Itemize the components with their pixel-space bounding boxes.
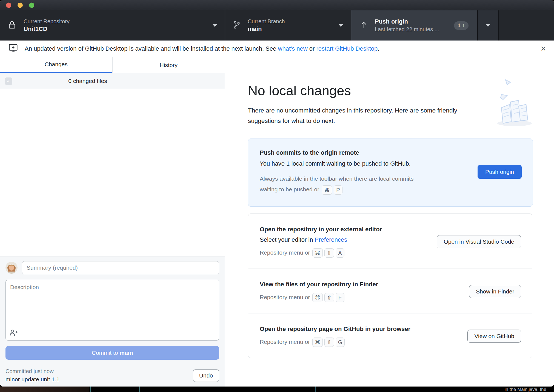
- background-window-divider: [90, 387, 91, 392]
- a-key: A: [336, 248, 344, 258]
- current-branch-label: Current Branch: [248, 18, 285, 25]
- suggestions-list: Open the repository in your external edi…: [248, 214, 532, 358]
- titlebar: [0, 0, 554, 10]
- push-card-title: Push commits to the origin remote: [260, 149, 478, 156]
- push-card-hint: Always available in the toolbar when the…: [260, 173, 416, 195]
- github-row-hint: Repository menu or ⌘⇧G: [260, 338, 467, 347]
- editor-row-hint: Repository menu or ⌘⇧A: [260, 248, 437, 258]
- paper-stack-illustration: [489, 79, 534, 128]
- commit-form: Commit to main: [0, 256, 225, 365]
- whats-new-link[interactable]: what's new: [278, 45, 308, 52]
- background-window-divider: [139, 387, 140, 392]
- current-repository-button[interactable]: Current Repository Unit1CD: [0, 10, 225, 41]
- chevron-down-icon: [339, 24, 343, 27]
- shift-key: ⇧: [324, 338, 334, 347]
- push-origin-button[interactable]: Push origin: [478, 165, 522, 179]
- push-origin-toolbar-button[interactable]: Push origin Last fetched 22 minutes ... …: [351, 10, 478, 41]
- current-branch-value: main: [248, 25, 285, 33]
- push-origin-sublabel: Last fetched 22 minutes ...: [375, 26, 439, 33]
- g-key: G: [336, 338, 345, 347]
- git-branch-icon: [233, 20, 241, 31]
- page-subtitle: There are no uncommitted changes in this…: [248, 105, 467, 126]
- push-card-line: You have 1 local commit waiting to be pu…: [260, 160, 478, 167]
- update-download-icon: [8, 43, 18, 54]
- no-local-changes-panel: No local changes There are no uncommitte…: [225, 57, 554, 387]
- chevron-down-icon: [213, 24, 217, 27]
- changed-files-header: ✓ 0 changed files: [0, 73, 225, 89]
- desktop-wallpaper-fragment: [0, 387, 89, 392]
- github-row-title: Open the repository page on GitHub in yo…: [260, 325, 467, 333]
- cmd-key: ⌘: [322, 185, 332, 195]
- changes-sidebar: Changes History ✓ 0 changed files: [0, 57, 225, 387]
- shift-key: ⇧: [324, 248, 334, 258]
- restart-github-desktop-link[interactable]: restart GitHub Desktop: [316, 45, 378, 52]
- view-on-github-row: Open the repository page on GitHub in yo…: [248, 313, 532, 358]
- editor-row-title: Open the repository in your external edi…: [260, 226, 437, 233]
- shift-key: ⇧: [324, 293, 334, 302]
- changed-files-list: [0, 89, 225, 256]
- current-repository-value: Unit1CD: [24, 25, 70, 33]
- push-origin-label: Push origin: [375, 18, 439, 26]
- editor-row-line: Select your editor in Preferences: [260, 236, 437, 243]
- background-window-text: in the Main.java, the: [505, 387, 546, 392]
- tab-changes[interactable]: Changes: [0, 57, 112, 73]
- cmd-key: ⌘: [312, 338, 323, 347]
- tab-history[interactable]: History: [112, 57, 225, 73]
- lock-icon: [8, 20, 16, 31]
- push-commits-card: Push commits to the origin remote You ha…: [248, 139, 533, 207]
- toolbar-spacer: [499, 10, 554, 41]
- avatar: [5, 262, 18, 274]
- view-on-github-button[interactable]: View on GitHub: [467, 330, 521, 343]
- undo-button[interactable]: Undo: [193, 369, 219, 382]
- background-window-divider: [315, 387, 316, 392]
- desktop-background-strip: in the Main.java, the: [0, 387, 554, 392]
- badge-arrow-up-icon: ↑: [462, 23, 465, 28]
- last-commit-row: Committed just now minor update unit 1.1…: [0, 365, 225, 387]
- update-banner-text: An updated version of GitHub Desktop is …: [25, 45, 379, 52]
- finder-row-title: View the files of your repository in Fin…: [260, 281, 469, 288]
- sidebar-tabs: Changes History: [0, 57, 225, 73]
- current-branch-button[interactable]: Current Branch main: [225, 10, 351, 41]
- ahead-commits-badge: 1↑: [454, 21, 469, 30]
- minimize-window-button[interactable]: [18, 3, 23, 8]
- commit-to-main-button[interactable]: Commit to main: [5, 346, 219, 360]
- commit-description-input[interactable]: [5, 280, 219, 341]
- p-key: P: [334, 185, 342, 195]
- close-icon[interactable]: ✕: [540, 44, 546, 53]
- show-in-finder-button[interactable]: Show in Finder: [469, 285, 521, 298]
- finder-row-hint: Repository menu or ⌘⇧F: [260, 293, 469, 302]
- commit-summary-input[interactable]: [22, 261, 219, 274]
- github-desktop-window: Current Repository Unit1CD Current Branc…: [0, 0, 554, 387]
- open-in-editor-row: Open the repository in your external edi…: [248, 214, 532, 269]
- cmd-key: ⌘: [312, 248, 323, 258]
- push-options-dropdown-button[interactable]: [478, 10, 499, 41]
- arrow-up-icon: [360, 21, 368, 30]
- add-coauthor-icon[interactable]: [9, 328, 18, 338]
- changed-files-count: 0 changed files: [0, 78, 175, 84]
- chevron-down-icon: [486, 23, 490, 28]
- toolbar: Current Repository Unit1CD Current Branc…: [0, 10, 554, 41]
- f-key: F: [336, 293, 344, 302]
- last-commit-status: Committed just now: [5, 368, 59, 374]
- update-banner: An updated version of GitHub Desktop is …: [0, 41, 554, 57]
- current-repository-label: Current Repository: [24, 18, 70, 25]
- show-in-finder-row: View the files of your repository in Fin…: [248, 269, 532, 313]
- zoom-window-button[interactable]: [29, 3, 34, 8]
- preferences-link[interactable]: Preferences: [315, 236, 347, 243]
- open-in-vscode-button[interactable]: Open in Visual Studio Code: [437, 235, 521, 248]
- close-window-button[interactable]: [6, 3, 11, 8]
- last-commit-message: minor update unit 1.1: [5, 376, 59, 383]
- cmd-key: ⌘: [312, 293, 323, 302]
